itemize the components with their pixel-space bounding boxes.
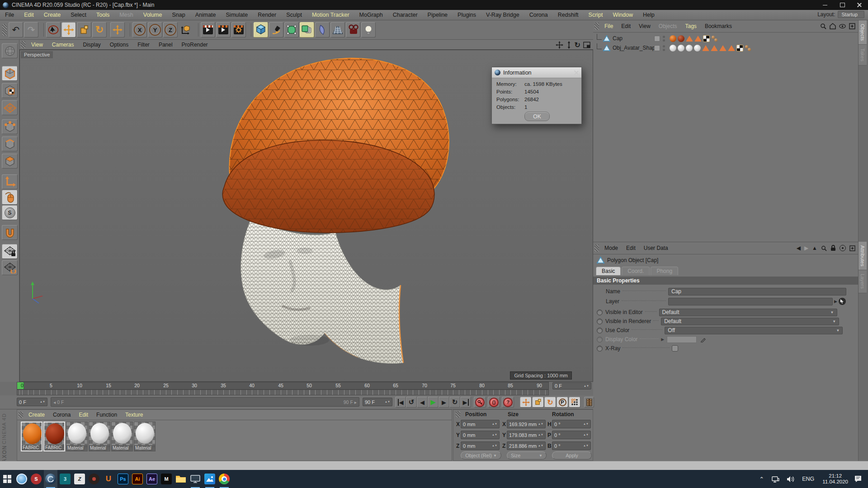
- menu-create[interactable]: Create: [39, 12, 66, 18]
- am-up-icon[interactable]: ▲: [812, 245, 817, 251]
- taskbar-3dsmax[interactable]: 3: [58, 470, 72, 488]
- texture-mode-button[interactable]: [2, 83, 18, 98]
- taskbar-photos[interactable]: [203, 470, 217, 488]
- material-tag-white[interactable]: [694, 45, 701, 52]
- selection-tag[interactable]: [711, 45, 718, 51]
- tray-chevron-icon[interactable]: ⌃: [759, 476, 764, 483]
- visible-editor-dropdown[interactable]: Default▼: [659, 309, 837, 316]
- om-menu-edit[interactable]: Edit: [617, 23, 635, 29]
- selection-tag[interactable]: [728, 45, 735, 51]
- instance-array-button[interactable]: [300, 22, 314, 38]
- menu-render[interactable]: Render: [253, 12, 281, 18]
- menu-volume[interactable]: Volume: [138, 12, 167, 18]
- taskbar-app-u[interactable]: U: [102, 470, 115, 488]
- material-swatch-white-3[interactable]: Material: [111, 422, 133, 451]
- am-lock-icon[interactable]: [830, 245, 836, 251]
- selection-tag[interactable]: [719, 45, 726, 51]
- record-pla-toggle[interactable]: [569, 397, 580, 408]
- menu-mesh[interactable]: Mesh: [114, 12, 138, 18]
- workplane-snap-button[interactable]: [2, 260, 18, 275]
- om-menu-tags[interactable]: Tags: [681, 23, 701, 29]
- ok-button[interactable]: OK: [524, 112, 550, 121]
- menu-snap[interactable]: Snap: [167, 12, 190, 18]
- redo-button[interactable]: ↷: [24, 22, 38, 38]
- menu-pipeline[interactable]: Pipeline: [423, 12, 453, 18]
- selection-tag[interactable]: [686, 36, 693, 42]
- om-menu-file[interactable]: File: [600, 23, 617, 29]
- om-menu-objects[interactable]: Objects: [655, 23, 681, 29]
- add-cube-primitive-button[interactable]: [254, 22, 268, 38]
- visibility-toggle[interactable]: [654, 45, 660, 51]
- next-frame-button[interactable]: ▶: [439, 397, 449, 408]
- autokey-button[interactable]: (): [488, 397, 500, 408]
- size-y-input[interactable]: 179.083 mm▲▼: [507, 431, 546, 439]
- taskbar-app-s[interactable]: S: [29, 470, 43, 488]
- taskbar-clock[interactable]: 21:12 11.04.2020: [822, 473, 848, 485]
- position-z-input[interactable]: 0 mm▲▼: [461, 441, 500, 450]
- record-position-toggle[interactable]: [520, 397, 532, 408]
- render-picture-viewer-button[interactable]: [216, 22, 231, 38]
- keyframe-selection-button[interactable]: ?: [502, 397, 514, 408]
- viewport-toggle-icon[interactable]: [583, 42, 590, 48]
- rotation-b-input[interactable]: 0 °▲▼: [552, 441, 591, 450]
- coordinates-grip[interactable]: [456, 411, 460, 418]
- selection-tag[interactable]: [694, 36, 702, 42]
- object-name[interactable]: Cap: [613, 35, 654, 42]
- minimize-button[interactable]: [816, 0, 834, 10]
- taskbar-monitor-app[interactable]: [189, 470, 202, 488]
- material-swatch-white-1[interactable]: Material: [66, 422, 88, 451]
- layout-dropdown[interactable]: Startup: [838, 11, 864, 18]
- viewport-menu-grip[interactable]: [21, 41, 25, 48]
- close-button[interactable]: [851, 0, 868, 10]
- menu-window[interactable]: Window: [608, 12, 638, 18]
- workplane-mode-button[interactable]: [2, 100, 18, 115]
- taskbar-cinema4d[interactable]: [44, 470, 57, 488]
- menu-character[interactable]: Character: [388, 12, 423, 18]
- viewport-menu-options[interactable]: Options: [105, 42, 133, 48]
- range-start-spinner[interactable]: 0 F▲▼: [17, 398, 47, 406]
- xray-radio[interactable]: [597, 346, 603, 352]
- display-color-expand-arrow[interactable]: ▶: [661, 337, 664, 342]
- taskbar-maxon[interactable]: M: [160, 470, 173, 488]
- menu-help[interactable]: Help: [638, 12, 660, 18]
- am-target-icon[interactable]: [840, 245, 846, 251]
- lock-y-axis-button[interactable]: Y: [148, 22, 162, 38]
- size-x-input[interactable]: 169.929 mm▲▼: [507, 420, 546, 428]
- position-x-input[interactable]: 0 mm▲▼: [461, 420, 500, 428]
- editor-render-dots[interactable]: [663, 45, 665, 51]
- om-home-icon[interactable]: [830, 23, 836, 29]
- uvw-tag[interactable]: [736, 45, 743, 52]
- object-name[interactable]: Obj_Avatar_Shape: [613, 45, 654, 51]
- render-view-button[interactable]: [201, 22, 215, 38]
- material-tag-white[interactable]: [670, 45, 676, 52]
- model-mode-button[interactable]: [2, 66, 18, 81]
- mat-menu-texture[interactable]: Texture: [121, 412, 147, 418]
- material-swatch-white-4[interactable]: Material: [134, 422, 156, 451]
- menu-redshift[interactable]: Redshift: [553, 12, 584, 18]
- soft-selection-button[interactable]: S: [2, 205, 18, 220]
- range-end-spinner[interactable]: 90 F▲▼: [363, 398, 392, 406]
- next-key-button[interactable]: ↻: [449, 397, 460, 408]
- om-menu-view[interactable]: View: [635, 23, 655, 29]
- menu-motion-tracker[interactable]: Motion Tracker: [307, 12, 354, 18]
- coordinate-system-button[interactable]: [179, 22, 193, 38]
- spinner-arrows-icon[interactable]: ▲▼: [40, 401, 45, 403]
- viewport-zoom-icon[interactable]: [566, 41, 572, 49]
- menu-file[interactable]: File: [0, 12, 19, 18]
- dialog-title-bar[interactable]: Information: [492, 67, 581, 78]
- menu-vray-bridge[interactable]: V-Ray Bridge: [481, 12, 524, 18]
- coordinate-mode-dropdown[interactable]: Object (Rel) ▼: [461, 451, 501, 460]
- menu-animate[interactable]: Animate: [190, 12, 221, 18]
- menu-simulate[interactable]: Simulate: [221, 12, 253, 18]
- material-tag-orange[interactable]: [670, 35, 676, 42]
- floor-environment-button[interactable]: [330, 22, 345, 38]
- camera-button[interactable]: [346, 22, 360, 38]
- material-tag-white[interactable]: [678, 45, 684, 52]
- polygons-mode-button[interactable]: [2, 154, 18, 169]
- object-manager-grip[interactable]: [594, 23, 599, 30]
- tab-phong[interactable]: Phong: [651, 267, 678, 275]
- menu-mograph[interactable]: MoGraph: [354, 12, 388, 18]
- dialog-close-icon[interactable]: [574, 70, 579, 75]
- viewport-menu-cameras[interactable]: Cameras: [47, 42, 79, 48]
- render-settings-button[interactable]: [231, 22, 246, 38]
